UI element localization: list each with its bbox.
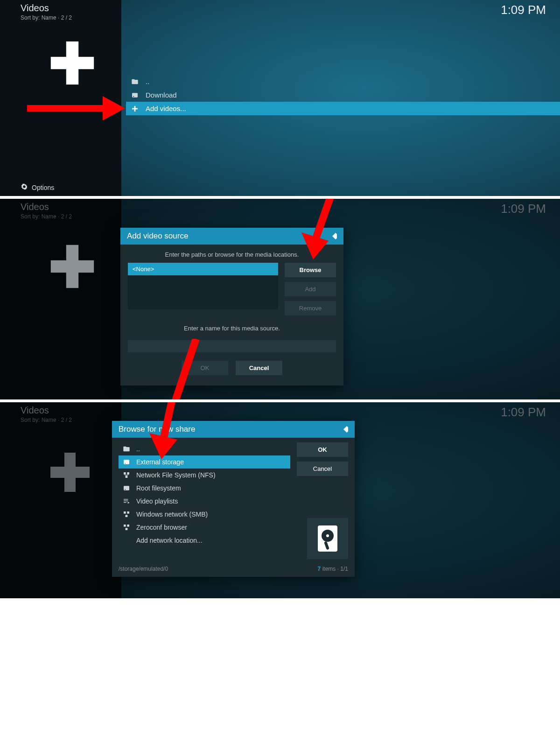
row-root[interactable]: Root filesystem: [119, 482, 290, 495]
row-label: Add videos...: [146, 105, 186, 112]
svg-rect-16: [343, 426, 348, 433]
row-label: Root filesystem: [136, 484, 181, 492]
sort-status: Sort by: Name · 2 / 2: [21, 417, 72, 423]
svg-rect-29: [126, 515, 128, 517]
row-external-storage[interactable]: External storage: [119, 455, 290, 469]
add-source-tile[interactable]: [47, 37, 98, 89]
row-up[interactable]: ..: [126, 75, 560, 88]
ok-button[interactable]: OK: [182, 361, 228, 375]
row-label: ..: [146, 77, 149, 85]
source-path-item[interactable]: <None>: [128, 263, 278, 275]
screenshot-2: Videos Sort by: Name · 2 / 2 1:09 PM Add…: [0, 199, 560, 399]
playlist-icon: [122, 497, 131, 505]
row-label: Zeroconf browser: [136, 524, 187, 531]
svg-point-18: [125, 463, 126, 464]
browse-share-dialog: Browse for new share .. External storage…: [112, 421, 355, 577]
row-label: Windows network (SMB): [136, 511, 208, 518]
row-video-playlists[interactable]: Video playlists: [119, 495, 290, 508]
svg-rect-1: [51, 57, 94, 69]
sort-status: Sort by: Name · 2 / 2: [21, 213, 72, 220]
plus-small-icon: [131, 105, 139, 112]
header: Videos Sort by: Name · 2 / 2: [21, 405, 72, 423]
svg-rect-19: [124, 472, 126, 475]
sort-status: Sort by: Name · 2 / 2: [21, 14, 72, 21]
row-label: ..: [136, 445, 140, 453]
plus-icon: [47, 241, 98, 292]
clock: 1:09 PM: [501, 405, 546, 420]
drive-icon: [122, 458, 131, 466]
svg-rect-9: [51, 260, 94, 273]
screenshot-1: Videos Sort by: Name · 2 / 2 1:09 PM .. …: [0, 0, 560, 196]
row-add-videos[interactable]: Add videos...: [126, 102, 560, 115]
network-icon: [122, 524, 131, 531]
dialog-instruction: Enter the paths or browse for the media …: [120, 245, 343, 263]
svg-rect-20: [127, 472, 129, 475]
svg-rect-30: [124, 525, 126, 527]
svg-rect-15: [50, 467, 90, 478]
harddrive-icon: [316, 525, 339, 553]
svg-rect-17: [124, 460, 129, 464]
add-source-tile: [47, 449, 93, 496]
page-title: Videos: [21, 405, 72, 416]
source-path-list[interactable]: <None>: [128, 263, 278, 309]
options-label: Options: [32, 184, 54, 191]
name-instruction: Enter a name for this media source.: [120, 315, 343, 336]
svg-rect-28: [127, 511, 129, 514]
svg-rect-2: [132, 93, 138, 97]
header: Videos Sort by: Name · 2 / 2: [21, 3, 72, 21]
kodi-logo-icon: [328, 231, 337, 241]
folder-up-icon: [131, 78, 139, 85]
svg-rect-32: [126, 528, 128, 530]
drive-icon: [131, 91, 139, 99]
network-icon: [122, 471, 131, 479]
dialog-titlebar: Browse for new share: [112, 421, 355, 438]
svg-point-23: [125, 489, 126, 490]
svg-point-3: [133, 96, 134, 97]
svg-rect-26: [124, 502, 126, 503]
page-title: Videos: [21, 3, 72, 14]
svg-rect-31: [127, 525, 129, 527]
row-add-network-location[interactable]: Add network location...: [119, 534, 290, 547]
clock: 1:09 PM: [501, 202, 546, 216]
svg-rect-10: [332, 233, 337, 239]
row-zeroconf[interactable]: Zeroconf browser: [119, 521, 290, 534]
remove-path-button[interactable]: Remove: [285, 301, 336, 315]
row-label: Add network location...: [136, 537, 203, 544]
browse-list: .. External storage Network File System …: [119, 442, 290, 559]
drive-icon: [122, 484, 131, 492]
screenshot-3: Videos Sort by: Name · 2 / 2 1:09 PM Bro…: [0, 402, 560, 598]
svg-rect-21: [126, 476, 128, 478]
row-smb[interactable]: Windows network (SMB): [119, 508, 290, 521]
page-title: Videos: [21, 202, 72, 212]
browse-button[interactable]: Browse: [285, 263, 336, 277]
svg-point-35: [326, 534, 329, 537]
source-name-input[interactable]: [128, 340, 336, 352]
clock: 1:09 PM: [501, 3, 546, 17]
cancel-button[interactable]: Cancel: [236, 361, 282, 375]
kodi-logo-icon: [339, 425, 348, 434]
dialog-status-bar: /storage/emulated/0 7 items · 1/1: [112, 563, 355, 577]
ok-button[interactable]: OK: [297, 442, 348, 457]
row-label: Video playlists: [136, 497, 178, 505]
row-label: Network File System (NFS): [136, 471, 216, 479]
network-icon: [122, 511, 131, 518]
preview-thumbnail: [307, 518, 348, 559]
svg-rect-25: [124, 501, 128, 501]
dialog-title: Add video source: [127, 231, 188, 241]
cancel-button[interactable]: Cancel: [297, 462, 348, 476]
add-source-tile: [47, 241, 98, 292]
svg-rect-24: [124, 499, 128, 499]
row-up[interactable]: ..: [119, 442, 290, 455]
plus-icon: [47, 449, 93, 496]
gear-icon: [21, 183, 28, 192]
row-download[interactable]: Download: [126, 88, 560, 102]
svg-rect-22: [124, 486, 129, 490]
row-nfs[interactable]: Network File System (NFS): [119, 469, 290, 482]
add-video-source-dialog: Add video source Enter the paths or brow…: [120, 228, 343, 385]
svg-rect-27: [124, 511, 126, 514]
options-button[interactable]: Options: [21, 183, 54, 192]
current-path: /storage/emulated/0: [119, 566, 168, 572]
add-path-button[interactable]: Add: [285, 282, 336, 296]
plus-icon: [47, 37, 98, 89]
dialog-title: Browse for new share: [119, 425, 195, 434]
